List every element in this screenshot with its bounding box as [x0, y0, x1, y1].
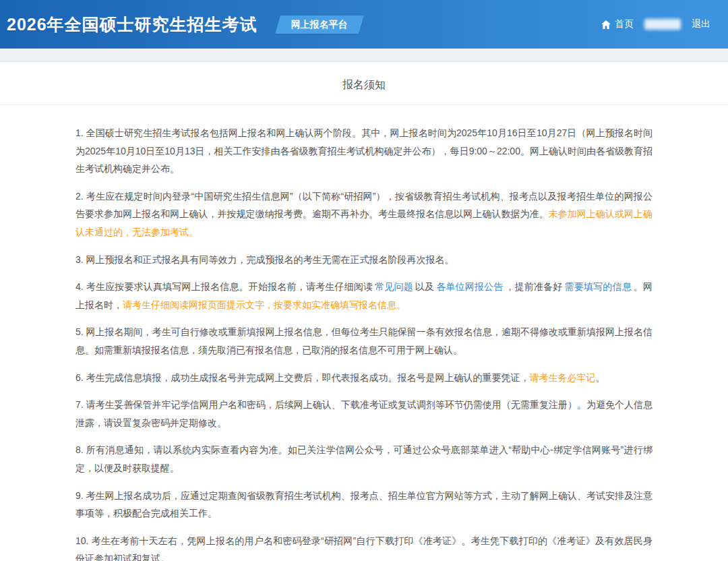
inline-link[interactable]: 各单位网报公告 [436, 281, 503, 292]
inline-link[interactable]: 需要填写的信息 [565, 281, 632, 292]
platform-badge-label: 网上报名平台 [291, 19, 347, 31]
inline-link[interactable]: 常见问题 [375, 281, 413, 292]
notice-paragraph: 3. 网上预报名和正式报名具有同等效力，完成预报名的考生无需在正式报名阶段再次报… [75, 251, 653, 269]
paragraph-text: 1. 全国硕士研究生招生考试报名包括网上报名和网上确认两个阶段。其中，网上报名时… [75, 127, 653, 174]
notice-paragraph: 6. 考生完成信息填报，成功生成报名号并完成网上交费后，即代表报名成功。报名号是… [75, 369, 653, 387]
app: 2026年全国硕士研究生招生考试 网上报名平台 首页 退出 报名须知 1. 全国… [0, 0, 728, 561]
notice-paragraph: 5. 网上报名期间，考生可自行修改或重新填报网上报名信息，但每位考生只能保留一条… [75, 323, 653, 359]
paragraph-text: 8. 所有消息通知，请以系统内实际查看内容为准。如已关注学信网公众号，可通过公众… [75, 444, 653, 473]
header-right: 首页 退出 [601, 18, 710, 30]
paragraph-text: 4. 考生应按要求认真填写网上报名信息。开始报名前，请考生仔细阅读 [75, 281, 373, 292]
warning-text: 请考生务必牢记 [530, 372, 596, 383]
platform-badge: 网上报名平台 [275, 16, 364, 34]
home-icon [601, 20, 611, 29]
paragraph-text: 。 [596, 372, 605, 383]
notice-paragraph: 10. 考生在考前十天左右，凭网上报名的用户名和密码登录“研招网”自行下载打印《… [75, 532, 653, 561]
paragraph-text: 5. 网上报名期间，考生可自行修改或重新填报网上报名信息，但每位考生只能保留一条… [75, 326, 653, 355]
site-title: 2026年全国硕士研究生招生考试 [7, 13, 257, 36]
notice-paragraph: 7. 请考生妥善保管并牢记学信网用户名和密码，后续网上确认、下载准考证或复试调剂… [75, 396, 653, 432]
notice-paragraph: 8. 所有消息通知，请以系统内实际查看内容为准。如已关注学信网公众号，可通过公众… [75, 441, 653, 477]
notice-paragraph: 4. 考生应按要求认真填写网上报名信息。开始报名前，请考生仔细阅读常见问题以及各… [75, 278, 653, 314]
header: 2026年全国硕士研究生招生考试 网上报名平台 首页 退出 [0, 0, 728, 49]
home-link-label: 首页 [615, 18, 634, 30]
paragraph-text: 10. 考生在考前十天左右，凭网上报名的用户名和密码登录“研招网”自行下载打印《… [75, 535, 653, 561]
paragraph-text: ，提前准备好 [505, 281, 562, 292]
paragraph-text: 6. 考生完成信息填报，成功生成报名号并完成网上交费后，即代表报名成功。报名号是… [75, 372, 530, 383]
paragraph-text: 7. 请考生妥善保管并牢记学信网用户名和密码，后续网上确认、下载准考证或复试调剂… [75, 399, 653, 428]
notice-title: 报名须知 [0, 62, 728, 105]
paragraph-text: 3. 网上预报名和正式报名具有同等效力，完成预报名的考生无需在正式报名阶段再次报… [75, 254, 454, 265]
notice-panel: 报名须知 1. 全国硕士研究生招生考试报名包括网上报名和网上确认两个阶段。其中，… [0, 62, 728, 561]
paragraph-text: 以及 [415, 281, 434, 292]
notice-paragraph: 9. 考生网上报名成功后，应通过定期查阅省级教育招生考试机构、报考点、招生单位官… [75, 487, 653, 523]
header-left: 2026年全国硕士研究生招生考试 网上报名平台 [7, 13, 361, 36]
logout-link[interactable]: 退出 [692, 18, 710, 30]
home-link[interactable]: 首页 [601, 18, 634, 30]
username-redacted [644, 19, 681, 30]
paragraph-text: 9. 考生网上报名成功后，应通过定期查阅省级教育招生考试机构、报考点、招生单位官… [75, 490, 653, 519]
notice-body: 1. 全国硕士研究生招生考试报名包括网上报名和网上确认两个阶段。其中，网上报名时… [0, 105, 728, 561]
notice-paragraph: 2. 考生应在规定时间内登录“中国研究生招生信息网”（以下简称“研招网”），按省… [75, 187, 653, 241]
warning-text: 请考生仔细阅读网报页面提示文字，按要求如实准确填写报名信息。 [123, 299, 406, 310]
notice-paragraph: 1. 全国硕士研究生招生考试报名包括网上报名和网上确认两个阶段。其中，网上报名时… [75, 124, 653, 178]
sub-header-bar [0, 49, 728, 62]
